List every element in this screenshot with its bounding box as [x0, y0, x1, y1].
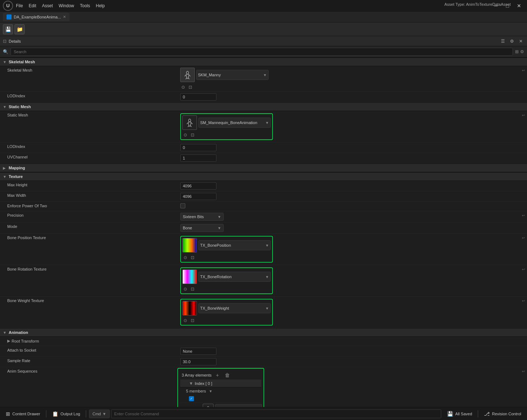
details-header: ⊡ Details ☰ ⚙ ✕: [0, 36, 527, 46]
static-use-btn[interactable]: ⊙: [182, 132, 188, 138]
max-height-input[interactable]: [180, 182, 216, 190]
menu-edit[interactable]: Edit: [29, 3, 36, 8]
static-mesh-selector[interactable]: SM_Mannequin_BoneAnimation ▼: [198, 118, 271, 128]
array-header: 3 Array elements + 🗑: [180, 371, 261, 379]
index0-enabled-checkbox[interactable]: [189, 396, 194, 401]
output-log-label: Output Log: [60, 412, 80, 416]
add-array-item-btn[interactable]: +: [215, 372, 220, 378]
settings-icon[interactable]: ⚙: [520, 49, 524, 54]
lod-index-skeletal-input[interactable]: [180, 93, 216, 101]
skeletal-mesh-label: Skeletal Mesh: [9, 60, 35, 64]
section-mapping[interactable]: ▶ Mapping: [0, 164, 527, 172]
bone-rot-reset[interactable]: ↩: [520, 265, 527, 271]
static-mesh-thumb: [182, 115, 197, 130]
list-view-btn[interactable]: ☰: [499, 38, 506, 44]
lod-index-static-input[interactable]: [180, 144, 216, 151]
section-texture[interactable]: ▼ Texture: [0, 172, 527, 181]
tab-close-btn[interactable]: ✕: [63, 15, 66, 19]
static-mesh-reset[interactable]: ↩: [520, 111, 527, 117]
save-button[interactable]: 💾: [3, 24, 13, 34]
bone-pos-reset[interactable]: ↩: [520, 234, 527, 240]
max-width-input[interactable]: [180, 193, 216, 200]
main-layout: ⊡ Details ☰ ⚙ ✕ 🔍 ⊞ ⚙ ▼ Skeletal Mesh S: [0, 36, 527, 407]
details-close-btn[interactable]: ✕: [518, 38, 524, 44]
search-bar: 🔍 ⊞ ⚙: [0, 46, 527, 58]
menu-tools[interactable]: Tools: [80, 3, 90, 8]
grid-view-icon[interactable]: ⊞: [515, 49, 519, 54]
skeletal-mesh-reset[interactable]: ↩: [520, 66, 527, 72]
bone-weight-browse-btn[interactable]: ⊡: [190, 318, 195, 323]
prop-attach-socket: Attach to Socket: [0, 346, 527, 357]
bone-rot-browse-btn[interactable]: ⊡: [190, 286, 195, 292]
bone-pos-texture-value: TX_BonePosition ▼ ⊙ ⊡: [177, 234, 520, 265]
index0-header[interactable]: ▼ Index [ 0 ]: [180, 379, 261, 387]
precision-dropdown[interactable]: Sixteen Bits ▼: [180, 213, 224, 221]
output-log-btn[interactable]: 📋 Output Log: [49, 410, 83, 418]
animation-chevron: ▼: [3, 331, 7, 335]
texture-chevron: ▼: [3, 175, 7, 179]
enforce-power-label: Enforce Power Of Two: [0, 202, 177, 210]
sample-rate-input[interactable]: [180, 358, 216, 365]
max-height-value: [177, 181, 527, 191]
bone-rot-use-btn[interactable]: ⊙: [182, 286, 188, 292]
index0-members-header[interactable]: 5 members ▼: [180, 387, 261, 395]
precision-reset[interactable]: ↩: [520, 211, 527, 217]
menu-help[interactable]: Help: [96, 3, 105, 8]
content-drawer-btn[interactable]: ⊞ Content Drawer: [3, 410, 43, 418]
all-saved-label: All Saved: [455, 412, 472, 416]
tab-bar: DA_ExampleBoneAnima... ✕: [0, 12, 527, 22]
mode-dropdown[interactable]: Bone ▼: [180, 224, 224, 232]
browse-button[interactable]: 📁: [14, 24, 25, 34]
menu-window[interactable]: Window: [59, 3, 74, 8]
section-animation[interactable]: ▼ Animation: [0, 328, 527, 337]
bone-rot-texture-label: Bone Rotation Texture: [0, 265, 177, 273]
precision-value-text: Sixteen Bits: [183, 215, 204, 219]
static-mesh-chevron: ▼: [3, 105, 7, 109]
bone-rot-selector[interactable]: TX_BoneRotation ▼: [198, 272, 271, 282]
mapping-label: Mapping: [9, 166, 25, 170]
anim-sequence-selector[interactable]: Non_Combat_Idle ▼: [215, 404, 262, 407]
close-button[interactable]: ✕: [514, 2, 524, 10]
section-static-mesh[interactable]: ▼ Static Mesh: [0, 102, 527, 111]
all-saved-status[interactable]: 💾 All Saved: [444, 410, 475, 418]
attach-socket-input[interactable]: [180, 348, 216, 355]
bone-weight-reset[interactable]: ↩: [520, 297, 527, 303]
delete-array-item-btn[interactable]: 🗑: [223, 372, 231, 378]
revision-control-btn[interactable]: ⎇ Revision Control: [481, 410, 524, 418]
search-input[interactable]: [10, 48, 513, 56]
mode-arrow: ▼: [218, 226, 221, 230]
svg-point-0: [186, 71, 189, 74]
tab-da-example[interactable]: DA_ExampleBoneAnima... ✕: [3, 13, 69, 21]
enforce-power-checkbox[interactable]: [180, 203, 185, 208]
bone-weight-actions: ⊙ ⊡: [182, 318, 271, 323]
prop-lod-index-static: LODIndex: [0, 143, 527, 153]
prop-precision: Precision Sixteen Bits ▼ ↩: [0, 211, 527, 222]
bone-rot-asset-name: TX_BoneRotation: [200, 275, 264, 279]
bone-pos-use-btn[interactable]: ⊙: [182, 255, 188, 260]
bone-weight-use-btn[interactable]: ⊙: [182, 318, 188, 323]
bone-weight-selector[interactable]: TX_BoneWeight ▼: [198, 303, 271, 313]
use-asset-btn[interactable]: ⊙: [180, 84, 186, 90]
browse-asset-btn[interactable]: ⊡: [187, 84, 193, 90]
prop-static-mesh: Static Mesh: [0, 111, 527, 143]
anim-sequences-value: 3 Array elements + 🗑 ▼ Index [ 0 ] 5 mem…: [177, 367, 520, 407]
status-sep-1: [46, 410, 46, 417]
max-width-value: [177, 191, 527, 201]
skeletal-mesh-field-label: Skeletal Mesh: [0, 66, 177, 74]
skeletal-mesh-selector[interactable]: SKM_Manny ▼: [196, 70, 269, 80]
content-area[interactable]: ▼ Skeletal Mesh Skeletal Mesh: [0, 58, 527, 407]
attach-socket-label: Attach to Socket: [0, 346, 177, 354]
search-icons: ⊞ ⚙: [515, 49, 524, 54]
bone-pos-browse-btn[interactable]: ⊡: [190, 255, 195, 260]
console-input[interactable]: [111, 410, 441, 418]
uv-channel-input[interactable]: [180, 154, 216, 162]
static-browse-btn[interactable]: ⊡: [190, 132, 195, 138]
anim-sequences-reset[interactable]: ↩: [520, 367, 527, 373]
lod-index-static-value: [177, 143, 527, 153]
bone-pos-selector[interactable]: TX_BonePosition ▼: [198, 240, 271, 250]
menu-file[interactable]: File: [16, 3, 23, 8]
settings-btn[interactable]: ⚙: [509, 38, 515, 44]
section-skeletal-mesh[interactable]: ▼ Skeletal Mesh: [0, 58, 527, 66]
menu-asset[interactable]: Asset: [42, 3, 53, 8]
content-drawer-icon: ⊞: [6, 411, 10, 417]
